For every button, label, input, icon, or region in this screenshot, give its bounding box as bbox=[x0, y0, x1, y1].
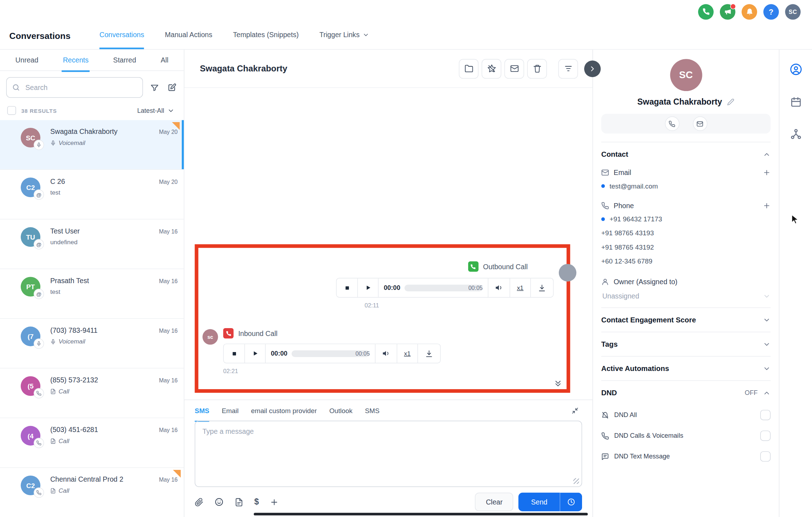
add-more-button[interactable] bbox=[270, 498, 279, 507]
email-contact-button[interactable] bbox=[693, 116, 707, 131]
conversation-row[interactable]: C2 Chennai Central Prod 2May 16 Call bbox=[0, 468, 184, 517]
resize-handle[interactable] bbox=[573, 478, 579, 484]
section-tags[interactable]: Tags bbox=[601, 332, 771, 356]
mark-unread-button[interactable] bbox=[505, 59, 524, 79]
chevron-down-icon bbox=[763, 292, 771, 300]
sort-dropdown[interactable]: Latest-All bbox=[134, 106, 177, 115]
conversation-row[interactable]: PT @ Prasath TestMay 16 test bbox=[0, 269, 184, 319]
next-conversation-button[interactable] bbox=[584, 60, 601, 77]
compose-button[interactable] bbox=[166, 82, 178, 93]
phone-value[interactable]: +91 96432 17173 bbox=[601, 212, 771, 226]
message-composer: SMS Email email custom provider Outlook … bbox=[184, 400, 592, 517]
tab-recents[interactable]: Recents bbox=[62, 50, 90, 72]
search-input[interactable] bbox=[24, 83, 137, 92]
tab-all[interactable]: All bbox=[160, 50, 170, 72]
filter-button[interactable] bbox=[149, 82, 160, 93]
phone-icon bbox=[668, 120, 675, 127]
templates-button[interactable] bbox=[235, 498, 244, 507]
email-value[interactable]: test@gmail.com bbox=[601, 179, 771, 193]
section-engagement-score[interactable]: Contact Engagement Score bbox=[601, 307, 771, 332]
stop-button[interactable] bbox=[224, 344, 245, 363]
channel-tab-sms-2[interactable]: SMS bbox=[365, 399, 380, 422]
playback-speed-button[interactable]: x1 bbox=[510, 278, 530, 297]
section-contact[interactable]: Contact bbox=[601, 142, 771, 166]
section-active-automations[interactable]: Active Automations bbox=[601, 356, 771, 380]
star-off-icon bbox=[487, 64, 496, 73]
phone-value[interactable]: +91 98765 43193 bbox=[601, 226, 771, 240]
contact-details-panel: SC Swagata Chakraborty Contact Email bbox=[592, 50, 779, 517]
floating-button[interactable] bbox=[559, 264, 576, 281]
scroll-to-bottom-icon[interactable] bbox=[553, 379, 562, 388]
tab-unread[interactable]: Unread bbox=[14, 50, 39, 72]
send-button[interactable]: Send bbox=[518, 493, 560, 511]
emoji-button[interactable] bbox=[214, 497, 224, 507]
download-button[interactable] bbox=[530, 278, 553, 297]
dnd-all-checkbox[interactable] bbox=[760, 410, 771, 420]
owner-dropdown[interactable]: Unassigned bbox=[601, 288, 771, 300]
paperclip-icon bbox=[195, 498, 204, 507]
notifications-button[interactable] bbox=[742, 4, 757, 19]
conversation-row[interactable]: (7 (703) 783-9411May 16 Voicemail bbox=[0, 319, 184, 368]
move-to-folder-button[interactable] bbox=[459, 59, 478, 79]
phone-field-label: Phone bbox=[601, 199, 771, 212]
select-all-checkbox[interactable] bbox=[7, 106, 16, 115]
folder-icon bbox=[464, 64, 473, 73]
channel-tab-email[interactable]: Email bbox=[222, 399, 239, 422]
help-button[interactable]: ? bbox=[763, 4, 779, 19]
channel-tab-sms[interactable]: SMS bbox=[195, 399, 209, 422]
call-contact-button[interactable] bbox=[665, 116, 679, 131]
conversation-row[interactable]: (5 (855) 573-2132May 16 Call bbox=[0, 368, 184, 418]
dnd-text-checkbox[interactable] bbox=[760, 451, 771, 462]
stop-button[interactable] bbox=[337, 278, 357, 297]
collapse-composer-button[interactable] bbox=[568, 406, 582, 415]
tab-starred[interactable]: Starred bbox=[112, 50, 137, 72]
total-time: 00:05 bbox=[468, 285, 483, 291]
user-avatar[interactable]: SC bbox=[785, 4, 801, 19]
message-input[interactable] bbox=[195, 421, 582, 487]
play-button[interactable] bbox=[357, 278, 378, 297]
schedule-send-button[interactable] bbox=[560, 493, 582, 511]
tab-conversations[interactable]: Conversations bbox=[100, 20, 144, 49]
appointments-rail-button[interactable] bbox=[790, 96, 801, 108]
tab-trigger-links[interactable]: Trigger Links bbox=[319, 20, 369, 49]
call-badge-icon bbox=[34, 438, 44, 448]
associations-rail-button[interactable] bbox=[790, 128, 801, 140]
channel-tab-outlook[interactable]: Outlook bbox=[329, 399, 352, 422]
channel-tab-email-custom-provider[interactable]: email custom provider bbox=[251, 399, 317, 422]
conversation-row[interactable]: SC Swagata ChakrabortyMay 20 Voicemail bbox=[0, 120, 184, 170]
conversation-row[interactable]: C2 @ C 26May 20 test bbox=[0, 170, 184, 219]
attach-file-button[interactable] bbox=[195, 498, 204, 507]
dnd-calls-checkbox[interactable] bbox=[760, 431, 771, 441]
playback-speed-button[interactable]: x1 bbox=[397, 344, 417, 363]
edit-contact-button[interactable] bbox=[727, 98, 735, 105]
download-button[interactable] bbox=[417, 344, 440, 363]
delete-conversation-button[interactable] bbox=[527, 59, 547, 79]
phone-button[interactable] bbox=[698, 4, 714, 19]
filter-messages-button[interactable] bbox=[558, 59, 578, 79]
tab-manual-actions[interactable]: Manual Actions bbox=[165, 20, 212, 49]
phone-value[interactable]: +60 12-345 6789 bbox=[601, 254, 771, 268]
search-input-wrap bbox=[6, 77, 143, 98]
tab-templates-snippets[interactable]: Templates (Snippets) bbox=[233, 20, 299, 49]
trash-icon bbox=[533, 64, 542, 73]
volume-button[interactable] bbox=[375, 344, 397, 363]
clear-button[interactable]: Clear bbox=[475, 493, 513, 511]
add-phone-button[interactable] bbox=[763, 202, 771, 210]
play-button[interactable] bbox=[245, 344, 265, 363]
conversation-row[interactable]: (4 (503) 451-6281May 16 Call bbox=[0, 418, 184, 468]
chevron-up-icon bbox=[763, 150, 771, 158]
phone-icon bbox=[601, 432, 609, 440]
contact-quick-actions bbox=[601, 114, 771, 134]
payments-button[interactable]: $ bbox=[254, 497, 259, 507]
speaker-icon bbox=[495, 283, 503, 292]
results-count: 38 RESULTS bbox=[21, 107, 57, 114]
announcements-button[interactable] bbox=[720, 4, 736, 19]
phone-value[interactable]: +91 98765 43192 bbox=[601, 240, 771, 254]
section-dnd[interactable]: DND OFF bbox=[601, 380, 771, 405]
unstar-button[interactable] bbox=[482, 59, 501, 79]
outbound-call-icon bbox=[468, 261, 478, 272]
conversation-row[interactable]: TU @ Test UserMay 16 undefined bbox=[0, 220, 184, 269]
contact-details-rail-button[interactable] bbox=[790, 63, 802, 76]
volume-button[interactable] bbox=[488, 278, 510, 297]
add-email-button[interactable] bbox=[763, 169, 771, 177]
